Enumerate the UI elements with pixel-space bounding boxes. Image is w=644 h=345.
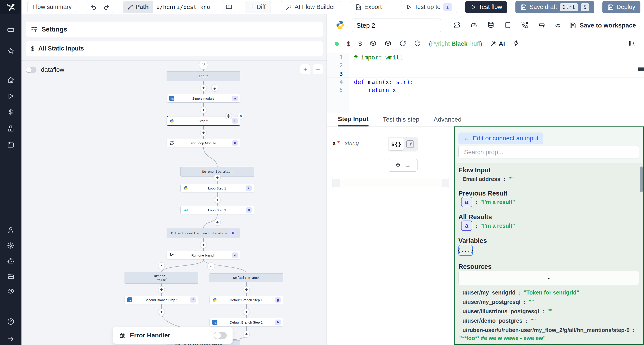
resource-item[interactable]: u/ruben-user/u/ruben-user/my_flow_2/g/al… — [462, 327, 634, 333]
global-search-icon[interactable] — [6, 25, 15, 34]
retry-icon[interactable] — [453, 21, 460, 29]
previous-result-item[interactable]: a : "I'm a result" — [461, 197, 515, 207]
test-up-to-button[interactable]: Test up to i — [401, 1, 457, 13]
schedules-icon[interactable] — [6, 140, 15, 149]
flow-node-default-branch-step-1[interactable]: Default Branch Step 1 g — [210, 296, 283, 304]
mock-icon[interactable] — [504, 21, 512, 29]
flow-summary-button[interactable]: Flow summary — [27, 1, 77, 13]
flow-node-run-one-branch[interactable]: Run one branch e — [166, 251, 240, 259]
add-branch-button[interactable] — [207, 262, 215, 270]
resources-filter-select[interactable]: - — [458, 271, 639, 285]
code-line[interactable]: 5 return x — [327, 86, 644, 94]
remove-branch-button[interactable]: × — [158, 262, 165, 269]
ai-flow-builder-button[interactable]: AI Flow Builder — [281, 1, 340, 13]
edit-or-connect-button[interactable]: ← Edit or connect an input — [458, 132, 544, 144]
flow-input-item[interactable]: Email address : "" — [462, 176, 514, 182]
library-icon[interactable] — [628, 40, 635, 48]
flow-node-input[interactable]: Input — [166, 71, 240, 81]
help-icon[interactable] — [6, 317, 15, 326]
resource-item-value[interactable]: "**foo** #e we w wewe - ewe ew" — [462, 335, 546, 342]
diff-button[interactable]: ± Diff — [245, 1, 270, 13]
resource-item[interactable]: u/ruben-user/my_github:"OAuth token for … — [462, 343, 601, 345]
flow-node-for-loop[interactable]: For Loop Module b — [166, 139, 240, 147]
variables-expand-button[interactable]: {...} — [458, 245, 473, 256]
lifetime-icon[interactable]: ∞ — [555, 21, 560, 29]
resource-item[interactable]: u/user/my_sendgrid:"Token for sendgrid" — [462, 289, 579, 296]
code-editor[interactable]: 1 # import wmill 2 3 4 def main(x: str):… — [327, 53, 644, 113]
package-icon[interactable] — [370, 40, 376, 48]
ai-assistant-button[interactable]: AI — [490, 40, 505, 47]
resource-picker-icon[interactable]: $ — [358, 40, 362, 47]
delete-step-button[interactable]: × — [238, 113, 244, 119]
favorites-star-icon[interactable] — [6, 46, 15, 55]
flow-node-collect-result[interactable]: Collect result of each iteration b — [166, 228, 240, 238]
code-assistants-label[interactable]: (Pyright Black Ruff) — [429, 40, 482, 47]
step-id-badge[interactable]: a — [461, 221, 472, 231]
expression-mode-button[interactable]: ${} — [389, 138, 404, 150]
edit-path-button[interactable]: Path — [123, 1, 154, 13]
zoom-out-button[interactable]: − — [313, 64, 323, 74]
flow-node-second-branch-step-1[interactable]: TS Second Branch Step 1 f — [124, 296, 198, 304]
add-step-button[interactable]: + — [214, 219, 221, 226]
code-line[interactable]: 2 — [327, 61, 644, 69]
folders-icon[interactable] — [6, 272, 15, 281]
resource-item[interactable]: u/user/illustrious_postgresql:"" — [462, 308, 552, 315]
error-handler-bar[interactable]: Error Handler — [113, 327, 232, 344]
path-input[interactable] — [153, 1, 213, 13]
all-static-inputs-card[interactable]: $ All Static Inputs — [26, 41, 323, 56]
redo-button[interactable] — [100, 1, 113, 13]
variable-picker-icon[interactable]: $ — [347, 40, 350, 47]
workers-icon[interactable] — [6, 225, 15, 234]
editor-scroll-decoration[interactable] — [638, 67, 644, 71]
sleep-icon[interactable] — [538, 21, 546, 29]
add-step-button[interactable]: + — [200, 242, 207, 248]
early-stop-gauge-icon[interactable] — [470, 21, 478, 29]
deploy-button[interactable]: Deploy — [602, 1, 640, 13]
bolt-icon[interactable] — [513, 40, 519, 47]
add-step-button[interactable]: + — [158, 309, 165, 315]
save-to-workspace-button[interactable]: Save to workspace — [569, 22, 636, 29]
all-results-item[interactable]: a : "I'm a result" — [461, 221, 515, 231]
add-step-button[interactable]: + — [214, 197, 221, 203]
variables-icon[interactable] — [6, 108, 15, 117]
runs-icon[interactable] — [6, 92, 15, 100]
test-flow-button[interactable]: Test flow — [465, 1, 507, 13]
zoom-in-button[interactable]: + — [300, 64, 310, 74]
tab-test-this-step[interactable]: Test this step — [383, 113, 419, 126]
add-step-button[interactable]: + — [158, 286, 165, 293]
flow-node-default-branch[interactable]: Default Branch — [210, 273, 283, 282]
connect-panel-scrollbar[interactable] — [640, 166, 643, 192]
flow-node-loop-step-1[interactable]: Loop Step 1 c — [180, 184, 254, 192]
function-mode-button[interactable]: f — [404, 140, 416, 148]
resource-item[interactable]: u/user/demo_postgres:"" — [462, 318, 536, 324]
home-icon[interactable] — [6, 75, 15, 84]
docs-button[interactable] — [223, 1, 235, 13]
flow-settings-card[interactable]: Settings — [26, 22, 323, 37]
add-step-button[interactable]: + — [243, 331, 250, 338]
add-step-button[interactable]: + — [200, 129, 207, 136]
plug-connect-button[interactable]: → — [388, 159, 418, 172]
ai-robot-icon[interactable] — [6, 256, 15, 265]
add-step-button[interactable]: + — [243, 286, 250, 293]
flow-node-branch-1[interactable]: Branch 1 `false` — [124, 272, 198, 284]
flow-node-simple-module[interactable]: TS Simple module a — [166, 94, 240, 103]
trigger-bolt-button[interactable] — [211, 84, 218, 92]
prop-search-input[interactable] — [458, 146, 639, 158]
flow-node-loop-step-2[interactable]: GO Loop Step 2 d — [180, 206, 254, 214]
add-step-button[interactable]: + — [243, 309, 250, 315]
reload-icon[interactable] — [414, 40, 421, 48]
step-id-badge[interactable]: a — [461, 197, 472, 207]
settings-gear-icon[interactable] — [6, 241, 15, 250]
expand-sidebar-icon[interactable] — [6, 334, 15, 343]
flow-canvas[interactable]: dataflow + − Input + TS Simple module a … — [22, 60, 326, 345]
audit-eye-icon[interactable] — [6, 287, 15, 296]
move-step-button[interactable] — [225, 113, 232, 119]
resources-icon[interactable] — [6, 124, 15, 133]
add-step-button[interactable]: + — [214, 174, 221, 181]
expression-input[interactable] — [332, 178, 449, 188]
export-button[interactable]: Export — [350, 1, 387, 13]
flow-node-default-branch-step-2[interactable]: TS Default Branch Step 2 h — [210, 318, 283, 327]
reload-icon[interactable] — [399, 40, 406, 48]
undo-button[interactable] — [87, 1, 100, 13]
code-line-active[interactable]: 3 — [327, 70, 644, 78]
